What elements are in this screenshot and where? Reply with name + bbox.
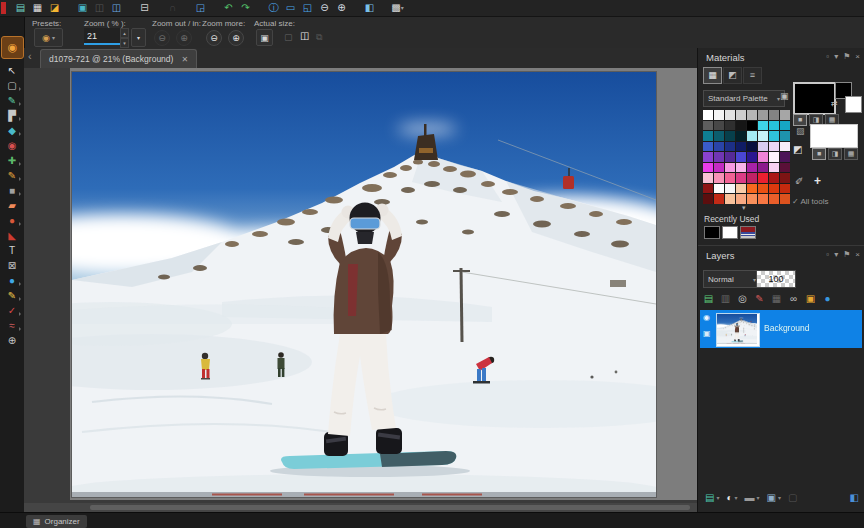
black-white-reset-icon[interactable]: ◩ xyxy=(793,144,802,155)
palette-swatch[interactable] xyxy=(780,131,790,141)
background-eraser-tool[interactable]: ● xyxy=(3,214,21,228)
recent-swatch[interactable] xyxy=(740,226,756,239)
lighten-darken-tool[interactable]: ■ xyxy=(3,184,21,198)
palette-swatch[interactable] xyxy=(758,110,768,120)
palette-swatch[interactable] xyxy=(714,173,724,183)
undo-icon[interactable]: ↶ xyxy=(220,1,237,15)
gradient-style-icon[interactable]: ◨ xyxy=(828,148,842,160)
close-panel-icon[interactable]: × xyxy=(855,52,860,61)
palette-swatch[interactable] xyxy=(747,173,757,183)
palette-swatch[interactable] xyxy=(758,194,768,204)
palette-swatch[interactable] xyxy=(780,173,790,183)
scan-import-icon[interactable]: ▣ xyxy=(74,1,91,15)
palette-swatch[interactable] xyxy=(703,121,713,131)
airbrush-tool[interactable]: ◣ xyxy=(3,229,21,243)
zoom-percent-input[interactable] xyxy=(84,28,120,45)
palette-swatch[interactable] xyxy=(769,121,779,131)
palette-swatch[interactable] xyxy=(703,194,713,204)
palette-swatch[interactable] xyxy=(714,121,724,131)
new-raster-layer-icon[interactable]: ▤▾ xyxy=(705,492,719,503)
save-icon[interactable]: ◫ xyxy=(91,1,108,15)
background-color-swatch[interactable] xyxy=(845,96,862,113)
spin-down-icon[interactable]: ▾ xyxy=(120,38,129,48)
palette-swatch[interactable] xyxy=(736,194,746,204)
rainbow-tab[interactable]: ◩ xyxy=(723,67,742,84)
palette-swatch[interactable] xyxy=(736,121,746,131)
callout-tool[interactable]: ● xyxy=(3,274,21,288)
option-extra2-icon[interactable]: ⧉ xyxy=(316,32,322,43)
new-layer-icon[interactable]: ▤ xyxy=(702,292,715,305)
palette-swatch[interactable] xyxy=(747,142,757,152)
transparency-toggle-icon[interactable]: ▨ xyxy=(796,126,805,136)
palette-swatch[interactable] xyxy=(780,121,790,131)
palette-swatch[interactable] xyxy=(780,194,790,204)
background-material-swatch[interactable] xyxy=(810,124,858,148)
palette-swatch[interactable] xyxy=(758,184,768,194)
pick-tool[interactable]: ↖ xyxy=(3,64,21,78)
palette-swatch[interactable] xyxy=(747,152,757,162)
scrollbar-thumb[interactable] xyxy=(90,505,690,510)
swatches-tab[interactable]: ▦ xyxy=(703,67,722,84)
palettes-icon[interactable]: ▩▾ xyxy=(389,1,406,15)
palette-swatch[interactable] xyxy=(736,142,746,152)
chevron-down-icon[interactable]: ▾ xyxy=(778,494,781,501)
float-panel-icon[interactable]: ▫ xyxy=(826,52,829,61)
option-extra-icon[interactable]: ▢ xyxy=(284,32,293,42)
palette-swatch[interactable] xyxy=(747,184,757,194)
delete-layer-icon[interactable]: ▢ xyxy=(788,492,797,503)
palette-swatch[interactable] xyxy=(703,173,713,183)
palette-swatch[interactable] xyxy=(747,163,757,173)
palette-swatch[interactable] xyxy=(725,152,735,162)
script-record-icon[interactable]: ∩ xyxy=(164,1,181,15)
zoom-spinner[interactable]: ▴ ▾ xyxy=(120,28,129,45)
palette-swatch[interactable] xyxy=(714,110,724,120)
palette-swatch[interactable] xyxy=(747,121,757,131)
palette-swatch[interactable] xyxy=(736,110,746,120)
close-icon[interactable]: ✕ xyxy=(181,55,188,64)
pen-tool[interactable]: ✎ xyxy=(3,289,21,303)
palette-swatch[interactable] xyxy=(780,142,790,152)
resize-icon[interactable]: ◲ xyxy=(192,1,209,15)
palette-swatch[interactable] xyxy=(736,131,746,141)
palette-swatch[interactable] xyxy=(758,173,768,183)
blend-mode-select[interactable]: Normal ▾ xyxy=(703,270,761,288)
new-adjustment-layer-icon[interactable]: ◐▾ xyxy=(726,492,737,503)
all-tools-checkbox[interactable]: ✓ All tools xyxy=(792,197,829,206)
picture-tube-tool[interactable]: ⊠ xyxy=(3,259,21,273)
palette-swatch[interactable] xyxy=(725,184,735,194)
eraser-tool[interactable]: ▰ xyxy=(3,199,21,213)
canvas-photo[interactable] xyxy=(72,72,656,497)
palette-swatch[interactable] xyxy=(736,184,746,194)
zoom-out-button[interactable]: ⊖ xyxy=(154,30,170,46)
redo-icon[interactable]: ↷ xyxy=(237,1,254,15)
palette-swatch[interactable] xyxy=(714,152,724,162)
zoom-dropdown-button[interactable]: ▾ xyxy=(131,28,146,47)
palette-swatch[interactable] xyxy=(725,142,735,152)
eyedropper-icon[interactable]: ✎ xyxy=(794,176,805,184)
warp-brush-tool[interactable]: ≈ xyxy=(3,319,21,333)
lock-transparency-icon[interactable]: ▣ xyxy=(804,292,817,305)
crop-tool[interactable]: ▛ xyxy=(3,109,21,123)
palette-swatch[interactable] xyxy=(725,194,735,204)
swap-colors-icon[interactable]: ⇄ xyxy=(831,99,838,108)
edit-selection-icon[interactable]: ✎ xyxy=(753,292,766,305)
palette-swatch[interactable] xyxy=(703,152,713,162)
panel-menu-icon[interactable]: ▾ xyxy=(834,250,838,259)
pin-panel-icon[interactable]: ⚑ xyxy=(843,250,850,259)
palette-swatch[interactable] xyxy=(769,152,779,162)
document-tab[interactable]: d1079-721 @ 21% (Background) ✕ xyxy=(40,49,197,68)
palette-swatch[interactable] xyxy=(703,163,713,173)
organizer-button[interactable]: ▦ Organizer xyxy=(26,515,87,528)
palette-swatch[interactable] xyxy=(769,110,779,120)
palette-swatch[interactable] xyxy=(780,110,790,120)
selection-tool[interactable]: ▢ xyxy=(3,79,21,93)
zoom-in-icon[interactable]: ⊕ xyxy=(333,1,350,15)
close-panel-icon[interactable]: × xyxy=(855,250,860,259)
chevron-down-icon[interactable]: ▾ xyxy=(757,494,760,501)
palette-swatch[interactable] xyxy=(758,121,768,131)
palette-swatch[interactable] xyxy=(758,163,768,173)
palette-more-icon[interactable]: ▾ xyxy=(742,204,746,212)
dropper-tool[interactable]: ✎ xyxy=(3,94,21,108)
spin-up-icon[interactable]: ▴ xyxy=(120,28,129,38)
clone-brush-tool[interactable]: ✎ xyxy=(3,169,21,183)
